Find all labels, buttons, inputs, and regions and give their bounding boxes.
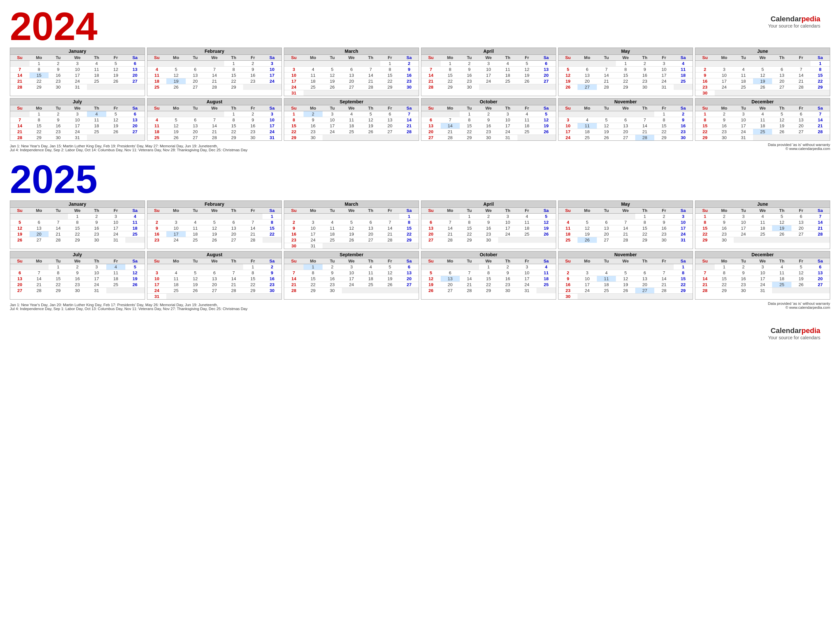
month-oct-2025: October Su Mo Tu We Th Fr Sa 1: [421, 251, 556, 300]
month-jan-2024: January Su Mo Tu We Th Fr Sa 1 2 3: [10, 47, 145, 96]
month-jan-header: January: [10, 48, 145, 55]
month-jun-2025: June Su Mo Tu We Th Fr Sa 1 2 3 4: [695, 201, 830, 249]
2025-months-row1: January Su Mo Tu We Th Fr Sa 1: [10, 201, 830, 249]
footnote-right-1-2025: Data provided 'as is' without warranty: [768, 302, 830, 305]
month-may-2024: May Su Mo Tu We Th Fr Sa 1 2: [558, 47, 693, 96]
month-apr-2024: April Su Mo Tu We Th Fr Sa 1 2 3: [421, 47, 556, 96]
2025-months-row2: July Su Mo Tu We Th Fr Sa 1 2: [10, 251, 830, 300]
footnote-right-1: Data provided 'as is' without warranty: [768, 143, 830, 147]
2024-months-row2: July Su Mo Tu We Th Fr Sa 1 2 3: [10, 98, 830, 141]
month-jan-2025: January Su Mo Tu We Th Fr Sa 1: [10, 201, 145, 249]
footnote-line1-2024: Jan 1: New Year's Day, Jan 15: Martin Lu…: [10, 144, 830, 148]
month-nov-2024: November Su Mo Tu We Th Fr Sa: [558, 98, 693, 141]
month-sep-2024: September Su Mo Tu We Th Fr Sa 1 2 3 4: [284, 98, 419, 141]
month-mar-2024: March Su Mo Tu We Th Fr Sa: [284, 47, 419, 96]
year-2025-title: 2025: [10, 160, 830, 199]
footnote-line2-2024: Jul 4: Independence Day, Sep 2: Labor Da…: [10, 148, 830, 152]
footnote-right-2: © www.calendarpedia.com: [768, 147, 830, 151]
footnote-line1-2025: Jan 1: New Year's Day, Jan 20: Martin Lu…: [10, 303, 830, 307]
month-oct-2024: October Su Mo Tu We Th Fr Sa 1 2: [421, 98, 556, 141]
month-nov-2025: November Su Mo Tu We Th Fr Sa: [558, 251, 693, 300]
month-jul-2025: July Su Mo Tu We Th Fr Sa 1 2: [10, 251, 145, 300]
month-dec-2024: December Su Mo Tu We Th Fr Sa 1 2 3 4: [695, 98, 830, 141]
2024-months-row1: January Su Mo Tu We Th Fr Sa 1 2 3: [10, 47, 830, 96]
month-jul-2024: July Su Mo Tu We Th Fr Sa 1 2 3: [10, 98, 145, 141]
month-aug-2025: August Su Mo Tu We Th Fr Sa: [147, 251, 282, 300]
year-2024-title: 2024: [10, 6, 830, 46]
footnotes-2025: Data provided 'as is' without warranty ©…: [10, 302, 830, 313]
footnote-line2-2025: Jul 4: Independence Day, Sep 1: Labor Da…: [10, 307, 830, 311]
footnotes-2024: Data provided 'as is' without warranty ©…: [10, 143, 830, 155]
month-may-2025: May Su Mo Tu We Th Fr Sa 1: [558, 201, 693, 249]
month-jun-2024: June Su Mo Tu We Th Fr Sa: [695, 47, 830, 96]
year-2025-section: Calendarpedia Your source for calendars …: [10, 160, 830, 313]
month-sep-2025: September Su Mo Tu We Th Fr Sa 1 2 3: [284, 251, 419, 300]
footnote-right-2-2025: © www.calendarpedia.com: [768, 305, 830, 310]
logo-top: Calendarpedia Your source for calendars: [768, 15, 820, 28]
month-dec-2025: December Su Mo Tu We Th Fr Sa 1 2 3: [695, 251, 830, 300]
month-apr-2025: April Su Mo Tu We Th Fr Sa 1 2: [421, 201, 556, 249]
month-feb-2025: February Su Mo Tu We Th Fr Sa: [147, 201, 282, 249]
month-mar-2025: March Su Mo Tu We Th Fr Sa: [284, 201, 419, 249]
year-2024-section: 2024 January Su Mo Tu We Th Fr Sa: [10, 6, 830, 155]
month-feb-2024: February Su Mo Tu We Th Fr Sa: [147, 47, 282, 96]
month-aug-2024: August Su Mo Tu We Th Fr Sa: [147, 98, 282, 141]
logo-2025: Calendarpedia Your source for calendars: [768, 327, 820, 340]
